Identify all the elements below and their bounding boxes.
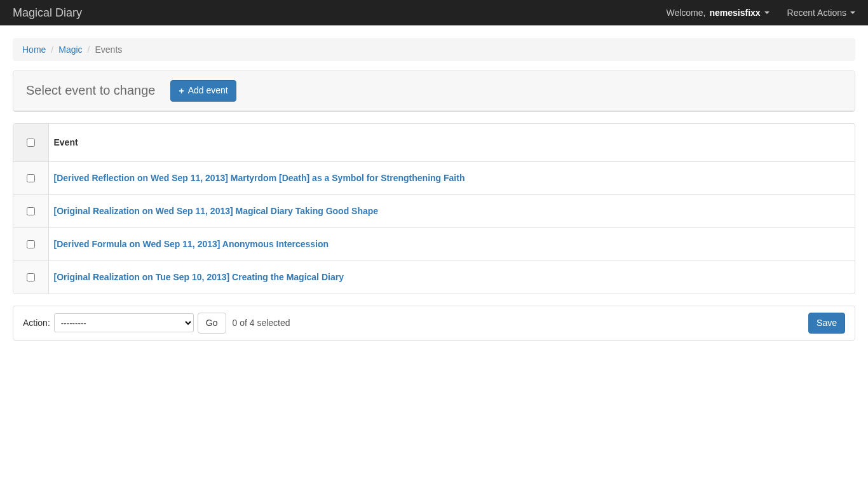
event-link[interactable]: [Derived Formula on Wed Sep 11, 2013] An… bbox=[54, 239, 329, 249]
row-checkbox[interactable] bbox=[27, 207, 35, 215]
breadcrumb-sep: / bbox=[83, 44, 95, 55]
navbar: Magical Diary Welcome, nemesisfixx Recen… bbox=[0, 0, 868, 25]
action-select[interactable]: --------- bbox=[54, 313, 194, 332]
recent-actions-menu[interactable]: Recent Actions bbox=[787, 8, 855, 18]
row-event-cell: [Derived Reflection on Wed Sep 11, 2013]… bbox=[48, 161, 855, 194]
plus-icon: + bbox=[179, 86, 184, 95]
table-row: [Derived Reflection on Wed Sep 11, 2013]… bbox=[13, 161, 855, 194]
row-event-cell: [Derived Formula on Wed Sep 11, 2013] An… bbox=[48, 227, 855, 261]
navbar-right: Welcome, nemesisfixx Recent Actions bbox=[666, 8, 855, 18]
row-checkbox[interactable] bbox=[27, 240, 35, 248]
save-button[interactable]: Save bbox=[808, 313, 845, 334]
row-check-cell bbox=[13, 161, 48, 194]
select-all-header bbox=[13, 124, 48, 162]
breadcrumb: Home / Magic / Events bbox=[13, 38, 855, 61]
event-link[interactable]: [Original Realization on Tue Sep 10, 201… bbox=[54, 272, 344, 282]
event-link[interactable]: [Original Realization on Wed Sep 11, 201… bbox=[54, 206, 379, 216]
row-check-cell bbox=[13, 227, 48, 261]
username: nemesisfixx bbox=[709, 8, 760, 18]
selection-count: 0 of 4 selected bbox=[233, 318, 290, 328]
table-row: [Original Realization on Wed Sep 11, 201… bbox=[13, 194, 855, 227]
panel-heading: Select event to change + Add event bbox=[13, 71, 855, 111]
add-event-label: Add event bbox=[188, 85, 228, 97]
recent-actions-label: Recent Actions bbox=[787, 8, 846, 18]
row-checkbox[interactable] bbox=[27, 174, 35, 182]
page-title: Select event to change bbox=[26, 83, 155, 98]
breadcrumb-magic[interactable]: Magic bbox=[58, 44, 82, 55]
event-link[interactable]: [Derived Reflection on Wed Sep 11, 2013]… bbox=[54, 173, 465, 183]
add-event-button[interactable]: + Add event bbox=[170, 80, 236, 102]
events-table: Event [Derived Reflection on Wed Sep 11,… bbox=[13, 124, 855, 294]
breadcrumb-home[interactable]: Home bbox=[22, 44, 46, 55]
row-check-cell bbox=[13, 194, 48, 227]
breadcrumb-sep: / bbox=[46, 44, 58, 55]
main-container: Home / Magic / Events Select event to ch… bbox=[0, 25, 868, 353]
breadcrumb-current: Events bbox=[95, 44, 123, 55]
row-check-cell bbox=[13, 261, 48, 294]
row-event-cell: [Original Realization on Wed Sep 11, 201… bbox=[48, 194, 855, 227]
table-row: [Derived Formula on Wed Sep 11, 2013] An… bbox=[13, 227, 855, 261]
go-button[interactable]: Go bbox=[198, 313, 226, 334]
event-column-header[interactable]: Event bbox=[48, 124, 855, 162]
row-checkbox[interactable] bbox=[27, 273, 35, 281]
brand-link[interactable]: Magical Diary bbox=[13, 0, 82, 25]
table-row: [Original Realization on Tue Sep 10, 201… bbox=[13, 261, 855, 294]
action-bar: Action: --------- Go 0 of 4 selected Sav… bbox=[13, 306, 855, 341]
events-table-wrap: Event [Derived Reflection on Wed Sep 11,… bbox=[13, 123, 855, 294]
action-bar-left: Action: --------- Go 0 of 4 selected bbox=[23, 313, 808, 334]
select-all-checkbox[interactable] bbox=[27, 139, 35, 147]
caret-down-icon bbox=[764, 11, 770, 14]
header-panel: Select event to change + Add event bbox=[13, 71, 855, 112]
action-label: Action: bbox=[23, 318, 50, 328]
caret-down-icon bbox=[850, 11, 855, 14]
user-menu[interactable]: Welcome, nemesisfixx bbox=[666, 8, 769, 18]
welcome-text: Welcome, bbox=[666, 8, 705, 18]
row-event-cell: [Original Realization on Tue Sep 10, 201… bbox=[48, 261, 855, 294]
